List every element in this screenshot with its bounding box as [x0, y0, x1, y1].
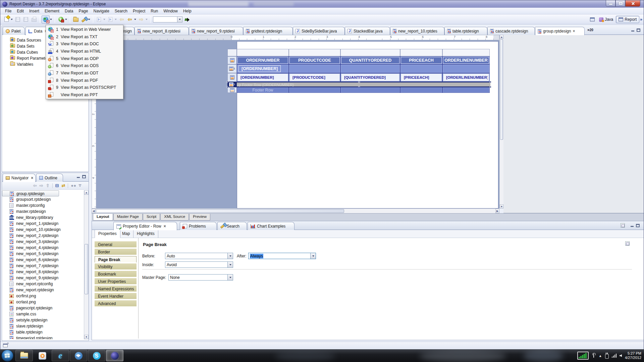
detail-cell[interactable]: [PRODUCTCODE]: [289, 73, 340, 82]
scrollbar-thumb[interactable]: [96, 209, 344, 213]
quick-access-combo[interactable]: [153, 16, 182, 22]
menu-item-view-doc[interactable]: W3View Report as DOC: [46, 40, 123, 48]
file-row[interactable]: pagescript.rptdesign: [2, 305, 84, 311]
last-edit-location-button[interactable]: ⇦: [118, 15, 126, 23]
close-icon[interactable]: ×: [573, 29, 575, 34]
menu-data[interactable]: Data: [62, 8, 76, 14]
selection-handle[interactable]: [358, 81, 360, 83]
view-menu-icon[interactable]: ▽: [79, 183, 81, 188]
file-row[interactable]: new_report_3.rptdesign: [2, 239, 84, 245]
file-row[interactable]: master.rptconfig: [2, 202, 84, 208]
back-caret[interactable]: [134, 19, 136, 20]
menu-item-view-odt[interactable]: 7View Report as ODT: [46, 69, 123, 77]
filters-icon[interactable]: ●●: [71, 183, 76, 188]
footer-row-handle[interactable]: [227, 87, 237, 93]
file-row[interactable]: ocrlast.png: [2, 299, 84, 305]
file-row-selected[interactable]: group.rptdesign: [2, 190, 59, 196]
menu-project[interactable]: Project: [130, 8, 148, 14]
tab-properties[interactable]: Properties: [95, 230, 120, 238]
header-cell[interactable]: PRICEEACH: [400, 56, 442, 64]
file-row[interactable]: new_report_1.rptdesign: [2, 221, 84, 227]
scrollbar-thumb[interactable]: [85, 244, 88, 294]
menu-item-view-ods[interactable]: 6View Report as ODS: [46, 62, 123, 69]
next-annotation-caret[interactable]: [103, 19, 105, 20]
editor-tab[interactable]: new_report_8.rptdesi: [135, 27, 189, 35]
up-nav-icon[interactable]: ⇧: [46, 183, 50, 188]
open-file-button[interactable]: [72, 15, 80, 23]
detail-cell[interactable]: [QUANTITYORDERED]: [340, 73, 400, 82]
group-header-handle[interactable]: 1: [227, 64, 237, 73]
before-combo[interactable]: Auto: [165, 253, 233, 259]
maximize-view-icon[interactable]: [636, 224, 640, 227]
maximize-button[interactable]: [615, 0, 625, 7]
tab-preview[interactable]: Preview: [189, 214, 210, 221]
category-advanced[interactable]: Advanced: [95, 300, 137, 307]
tab-navigator[interactable]: Navigator ×: [3, 174, 36, 182]
group-footer-handle[interactable]: 1: [227, 82, 237, 87]
tab-outline[interactable]: Outline: [36, 174, 63, 182]
taskbar-eclipse-active[interactable]: [106, 350, 123, 361]
file-row[interactable]: new_report_9.rptdesign: [2, 275, 84, 281]
fast-view-icon[interactable]: [3, 344, 8, 347]
wireless-antenna-icon[interactable]: [592, 353, 596, 358]
editor-tab[interactable]: new_report_9.rptdesi: [189, 27, 243, 35]
header-cell[interactable]: PRODUCTCODE: [289, 56, 340, 64]
footer-cell[interactable]: [289, 87, 340, 93]
minimize-view-icon[interactable]: [631, 28, 635, 32]
category-general[interactable]: General: [95, 241, 137, 248]
group-header-cell[interactable]: [400, 64, 442, 73]
breakpoint-button[interactable]: [183, 15, 191, 23]
scroll-up-icon[interactable]: ▲: [84, 190, 89, 195]
scroll-down-icon[interactable]: ▼: [500, 204, 503, 208]
search-button[interactable]: [80, 15, 88, 23]
table-corner-handle[interactable]: [227, 49, 237, 56]
forward-caret[interactable]: [146, 19, 148, 20]
save-all-button[interactable]: [22, 15, 30, 23]
signal-bars-icon[interactable]: [612, 354, 617, 358]
view-report-button[interactable]: R: [42, 15, 50, 23]
file-row[interactable]: new_report_6.rptdesign: [2, 257, 84, 263]
menu-item-view-web-viewer[interactable]: R1View Report in Web Viewer: [46, 26, 123, 33]
file-row[interactable]: timeperiod.rptdesign: [2, 335, 84, 339]
editor-tab[interactable]: new_report_10.rptdes: [390, 27, 444, 35]
view-report-dropdown-caret[interactable]: [50, 19, 52, 20]
menu-item-view-txt[interactable]: R2View Report as TXT: [46, 33, 123, 41]
navigator-scrollbar[interactable]: ▲ ▼: [84, 190, 89, 339]
forward-nav-icon[interactable]: ⇨: [40, 183, 43, 188]
group-header-cell[interactable]: [289, 64, 340, 73]
menu-item-view-html[interactable]: 4View Report as HTML: [46, 48, 123, 55]
tray-expand-icon[interactable]: ▲: [599, 354, 602, 358]
detail-cell[interactable]: [ORDERNUMBER]: [237, 73, 289, 82]
header-cell[interactable]: QUANTITYORDERED: [340, 56, 400, 64]
power-plug-icon[interactable]: [605, 354, 609, 359]
menu-edit[interactable]: Edit: [14, 8, 26, 14]
editor-tab[interactable]: gridtest.rptdesign: [243, 27, 293, 35]
section-toolbar-icon[interactable]: [625, 241, 630, 246]
menu-window[interactable]: Window: [161, 8, 180, 14]
file-row[interactable]: new_library.rptlibrary: [2, 215, 84, 221]
combo-arrow-icon[interactable]: [310, 253, 316, 259]
forward-button[interactable]: ⇨: [137, 15, 145, 23]
prev-annotation-caret[interactable]: [115, 19, 117, 20]
start-button[interactable]: [1, 350, 13, 362]
file-row[interactable]: new_report_7.rptdesign: [2, 263, 84, 269]
menu-help[interactable]: Help: [180, 8, 194, 14]
print-button[interactable]: [30, 15, 38, 23]
design-canvas[interactable]: ORDERNUMBER PRODUCTCODE QUANTITYORDERED …: [96, 40, 499, 208]
file-row[interactable]: master.rptdesign: [2, 208, 84, 215]
menu-page[interactable]: Page: [76, 8, 91, 14]
scrollbar-thumb[interactable]: [500, 39, 503, 140]
selection-handle[interactable]: [490, 86, 491, 88]
scroll-right-icon[interactable]: ▶: [495, 209, 499, 213]
tab-map[interactable]: Map: [119, 230, 133, 238]
file-row[interactable]: groupsort.rptdesign: [2, 196, 84, 202]
speaker-icon[interactable]: [620, 354, 622, 357]
save-button[interactable]: [14, 15, 22, 23]
combo-arrow-icon[interactable]: [227, 275, 233, 280]
category-page-break[interactable]: Page Break: [95, 256, 137, 263]
category-user-properties[interactable]: User Properties: [95, 278, 137, 285]
footer-cell[interactable]: [340, 87, 400, 93]
perspective-java[interactable]: Java: [596, 16, 616, 23]
editor-tab[interactable]: cascade.rptdesign: [487, 27, 535, 35]
category-visibility[interactable]: Visibility: [95, 263, 137, 270]
